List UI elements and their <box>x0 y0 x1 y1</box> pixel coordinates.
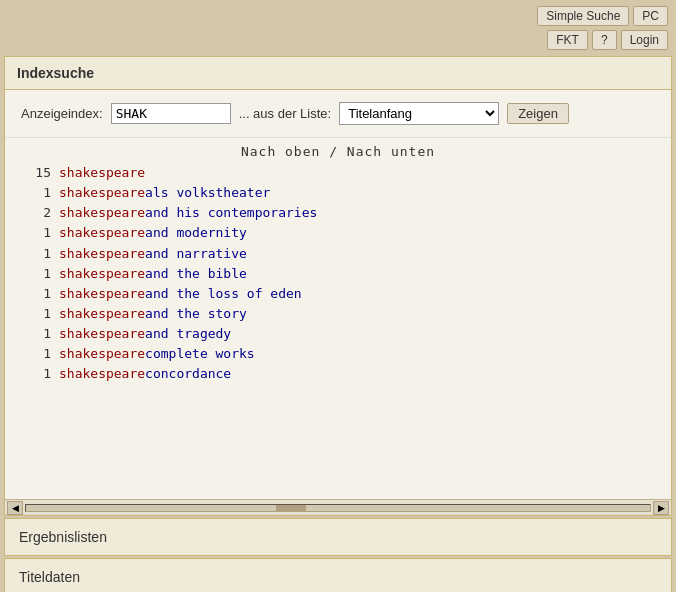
result-count: 1 <box>21 304 51 324</box>
result-extra: and the bible <box>145 264 247 284</box>
search-row: Anzeigeindex: ... aus der Liste: Titelan… <box>5 90 671 138</box>
top-buttons-row1: Simple Suche PC <box>537 6 668 26</box>
result-extra: and modernity <box>145 223 247 243</box>
result-row[interactable]: 1shakespeare complete works <box>21 344 655 364</box>
result-extra: and narrative <box>145 244 247 264</box>
bottom-tab-titeldaten[interactable]: Titeldaten <box>4 558 672 592</box>
panel-content: Anzeigeindex: ... aus der Liste: Titelan… <box>5 90 671 515</box>
result-row[interactable]: 1shakespeare and modernity <box>21 223 655 243</box>
from-list-label: ... aus der Liste: <box>239 106 332 121</box>
result-count: 1 <box>21 183 51 203</box>
fkt-button[interactable]: FKT <box>547 30 588 50</box>
search-input[interactable] <box>111 103 231 124</box>
result-term: shakespeare <box>59 284 145 304</box>
result-row[interactable]: 15shakespeare <box>21 163 655 183</box>
pc-button[interactable]: PC <box>633 6 668 26</box>
top-buttons-row2: FKT ? Login <box>547 30 668 50</box>
list-select[interactable]: Titelanfang Verfasser Schlagwort Körpers… <box>339 102 499 125</box>
top-bar: Simple Suche PC FKT ? Login <box>0 0 676 56</box>
result-count: 1 <box>21 244 51 264</box>
result-term: shakespeare <box>59 324 145 344</box>
result-term: shakespeare <box>59 264 145 284</box>
help-button[interactable]: ? <box>592 30 617 50</box>
result-extra: concordance <box>145 364 231 384</box>
bottom-tab-ergebnislisten[interactable]: Ergebnislisten <box>4 518 672 556</box>
result-row[interactable]: 1shakespeare and tragedy <box>21 324 655 344</box>
result-term: shakespeare <box>59 223 145 243</box>
main-panel: Indexsuche Anzeigeindex: ... aus der Lis… <box>4 56 672 516</box>
login-button[interactable]: Login <box>621 30 668 50</box>
result-row[interactable]: 1shakespeare and narrative <box>21 244 655 264</box>
nav-header: Nach oben / Nach unten <box>5 138 671 163</box>
result-term: shakespeare <box>59 163 145 183</box>
result-count: 1 <box>21 364 51 384</box>
result-count: 1 <box>21 284 51 304</box>
results-area: Nach oben / Nach unten 15shakespeare1sha… <box>5 138 671 515</box>
result-term: shakespeare <box>59 203 145 223</box>
result-extra: and tragedy <box>145 324 231 344</box>
simple-suche-button[interactable]: Simple Suche <box>537 6 629 26</box>
result-count: 2 <box>21 203 51 223</box>
result-term: shakespeare <box>59 344 145 364</box>
panel-title: Indexsuche <box>5 57 671 90</box>
result-extra: complete works <box>145 344 255 364</box>
horizontal-scrollbar[interactable]: ◀ ▶ <box>5 499 671 515</box>
result-term: shakespeare <box>59 183 145 203</box>
scroll-thumb <box>276 505 306 511</box>
zeigen-button[interactable]: Zeigen <box>507 103 569 124</box>
scroll-right-button[interactable]: ▶ <box>653 501 669 515</box>
result-term: shakespeare <box>59 364 145 384</box>
search-label: Anzeigeindex: <box>21 106 103 121</box>
result-row[interactable]: 1shakespeare and the bible <box>21 264 655 284</box>
scroll-left-button[interactable]: ◀ <box>7 501 23 515</box>
bottom-tabs: ErgebnislistenTiteldatenExtras <box>4 518 672 592</box>
result-term: shakespeare <box>59 244 145 264</box>
result-row[interactable]: 1shakespeare concordance <box>21 364 655 384</box>
result-count: 1 <box>21 324 51 344</box>
result-row[interactable]: 1shakespeare als volkstheater <box>21 183 655 203</box>
result-row[interactable]: 2shakespeare and his contemporaries <box>21 203 655 223</box>
result-extra: als volkstheater <box>145 183 270 203</box>
result-count: 1 <box>21 344 51 364</box>
result-row[interactable]: 1shakespeare and the loss of eden <box>21 284 655 304</box>
result-term: shakespeare <box>59 304 145 324</box>
result-extra: and the loss of eden <box>145 284 302 304</box>
result-count: 1 <box>21 223 51 243</box>
top-buttons: Simple Suche PC FKT ? Login <box>537 6 668 50</box>
result-count: 1 <box>21 264 51 284</box>
scroll-track <box>25 504 651 512</box>
result-row[interactable]: 1shakespeare and the story <box>21 304 655 324</box>
result-extra: and his contemporaries <box>145 203 317 223</box>
result-count: 15 <box>21 163 51 183</box>
result-extra: and the story <box>145 304 247 324</box>
results-scroll[interactable]: 15shakespeare1shakespeare als volkstheat… <box>5 163 671 499</box>
